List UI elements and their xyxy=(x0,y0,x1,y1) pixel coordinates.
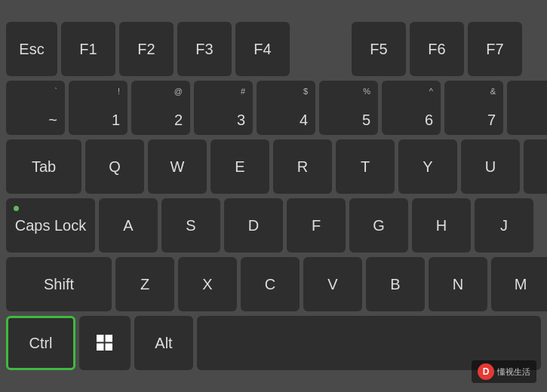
key-sub-2: @ xyxy=(174,87,183,96)
key-label-tilde: ~ xyxy=(48,112,57,135)
key-label-f1: F1 xyxy=(79,41,97,58)
key-label-u: U xyxy=(485,158,496,176)
key-tilde[interactable]: `~ xyxy=(6,81,65,135)
key-label-r: R xyxy=(297,158,308,176)
key-label-e: E xyxy=(235,158,244,176)
key-y[interactable]: Y xyxy=(398,139,457,194)
key-label-s: S xyxy=(186,217,195,234)
key-label-w: W xyxy=(171,158,185,176)
caps-lock-indicator xyxy=(14,206,19,211)
key-sub-6: ^ xyxy=(429,87,433,96)
key-sub-7: & xyxy=(490,87,496,96)
key-f7[interactable]: F7 xyxy=(468,22,522,76)
key-t[interactable]: T xyxy=(336,139,395,194)
key-1[interactable]: !1 xyxy=(69,81,128,135)
key-s[interactable]: S xyxy=(161,198,220,253)
key-f2[interactable]: F2 xyxy=(119,22,174,76)
key-f[interactable]: F xyxy=(287,198,346,253)
key-3[interactable]: #3 xyxy=(194,81,253,135)
key-n[interactable]: N xyxy=(429,257,487,311)
key-2[interactable]: @2 xyxy=(131,81,190,135)
key-h[interactable]: H xyxy=(412,198,471,253)
key-d[interactable]: D xyxy=(224,198,283,253)
key-f1[interactable]: F1 xyxy=(61,22,115,76)
key-label-b: B xyxy=(390,276,400,293)
key-f4[interactable]: F4 xyxy=(235,22,290,76)
key-r[interactable]: R xyxy=(273,139,332,194)
key-b[interactable]: B xyxy=(366,257,425,311)
key-5[interactable]: %5 xyxy=(319,81,378,135)
key-esc[interactable]: Esc xyxy=(6,22,57,76)
key-gap[interactable] xyxy=(293,22,348,76)
key-u[interactable]: U xyxy=(461,139,520,194)
key-g[interactable]: G xyxy=(349,198,408,253)
key-label-alt: Alt xyxy=(155,335,172,352)
key-f5[interactable]: F5 xyxy=(352,22,406,76)
key-label-q: Q xyxy=(109,158,121,176)
key-label-f2: F2 xyxy=(137,41,155,58)
key-label-f7: F7 xyxy=(486,41,503,58)
keyboard-container: EscF1F2F3F4F5F6F7`~!1@2#3$4%5^6&7*8TabQW… xyxy=(0,0,547,392)
key-label-t: T xyxy=(361,158,370,176)
key-label-f: F xyxy=(312,217,321,234)
key-sub-1: ! xyxy=(118,87,120,96)
key-win[interactable] xyxy=(79,316,131,370)
key-label-f3: F3 xyxy=(195,41,213,58)
key-label-2: 2 xyxy=(174,112,183,135)
key-z[interactable]: Z xyxy=(115,257,174,311)
key-label-tab: Tab xyxy=(32,158,56,176)
key-a[interactable]: A xyxy=(99,198,158,253)
key-label-f5: F5 xyxy=(370,41,387,58)
key-label-a: A xyxy=(123,217,133,234)
key-label-j: J xyxy=(500,217,508,234)
key-caps[interactable]: Caps Lock xyxy=(6,198,95,253)
key-label-m: M xyxy=(515,276,527,293)
key-label-ctrl: Ctrl xyxy=(29,335,52,352)
keyboard-row-row-asdf: Caps LockASDFGHJ xyxy=(6,198,541,253)
key-6[interactable]: ^6 xyxy=(382,81,441,135)
key-label-f4: F4 xyxy=(254,41,271,58)
key-4[interactable]: $4 xyxy=(257,81,315,135)
key-8[interactable]: *8 xyxy=(507,81,547,135)
key-label-6: 6 xyxy=(425,112,433,135)
key-sub-tilde: ` xyxy=(54,87,57,96)
svg-rect-3 xyxy=(106,344,113,351)
key-alt[interactable]: Alt xyxy=(134,316,193,370)
key-label-g: G xyxy=(373,217,385,234)
keyboard: EscF1F2F3F4F5F6F7`~!1@2#3$4%5^6&7*8TabQW… xyxy=(0,0,547,392)
keyboard-row-row-bottom: Ctrl Alt xyxy=(6,316,541,370)
key-label-1: 1 xyxy=(112,112,120,135)
key-tab[interactable]: Tab xyxy=(6,139,81,194)
key-i[interactable]: I xyxy=(524,139,547,194)
key-f6[interactable]: F6 xyxy=(410,22,464,76)
key-label-shift: Shift xyxy=(44,276,74,293)
key-q[interactable]: Q xyxy=(85,139,144,194)
key-label-y: Y xyxy=(423,158,432,176)
key-label-f6: F6 xyxy=(428,41,445,58)
svg-rect-1 xyxy=(106,335,113,342)
key-label-esc: Esc xyxy=(19,41,44,58)
key-label-caps: Caps Lock xyxy=(15,217,87,234)
key-j[interactable]: J xyxy=(475,198,533,253)
key-e[interactable]: E xyxy=(211,139,269,194)
key-c[interactable]: C xyxy=(241,257,300,311)
key-label-d: D xyxy=(248,217,259,234)
key-shift[interactable]: Shift xyxy=(6,257,112,311)
key-m[interactable]: M xyxy=(491,257,547,311)
key-label-7: 7 xyxy=(487,112,496,135)
key-label-4: 4 xyxy=(300,112,308,135)
keyboard-row-row-fn: EscF1F2F3F4F5F6F7 xyxy=(6,22,541,76)
key-v[interactable]: V xyxy=(303,257,362,311)
key-label-v: V xyxy=(327,276,337,293)
key-sub-4: $ xyxy=(303,87,308,96)
key-label-5: 5 xyxy=(362,112,370,135)
key-ctrl[interactable]: Ctrl xyxy=(6,316,75,370)
key-7[interactable]: &7 xyxy=(444,81,503,135)
key-label-n: N xyxy=(453,276,463,293)
key-f3[interactable]: F3 xyxy=(177,22,232,76)
key-label-c: C xyxy=(265,276,275,293)
key-x[interactable]: X xyxy=(178,257,237,311)
keyboard-row-row-zxcv: ShiftZXCVBNM xyxy=(6,257,541,311)
key-label-3: 3 xyxy=(237,112,245,135)
key-w[interactable]: W xyxy=(148,139,207,194)
